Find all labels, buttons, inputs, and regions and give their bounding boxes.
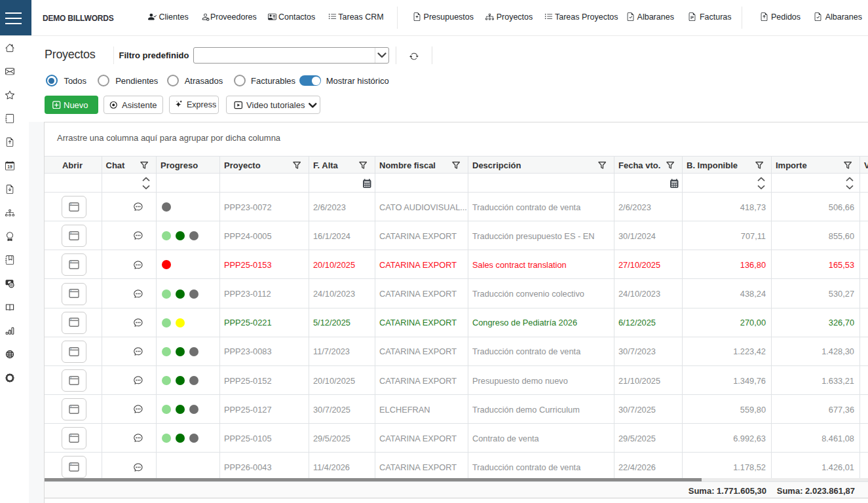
svg-text:19: 19 — [7, 164, 12, 169]
